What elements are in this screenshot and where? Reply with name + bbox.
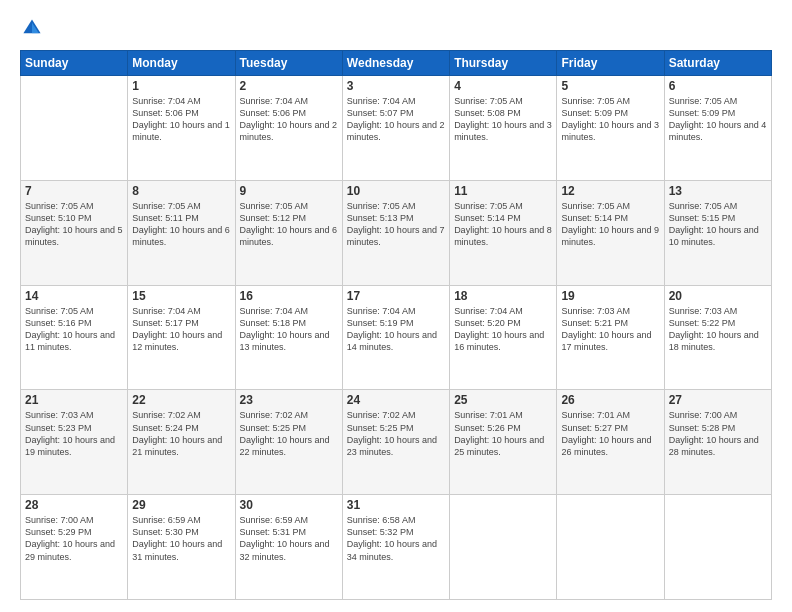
day-detail: Sunrise: 7:03 AMSunset: 5:21 PMDaylight:… — [561, 305, 659, 354]
day-number: 16 — [240, 289, 338, 303]
day-number: 7 — [25, 184, 123, 198]
calendar-cell: 28Sunrise: 7:00 AMSunset: 5:29 PMDayligh… — [21, 495, 128, 600]
day-detail: Sunrise: 7:05 AMSunset: 5:09 PMDaylight:… — [561, 95, 659, 144]
day-detail: Sunrise: 7:00 AMSunset: 5:29 PMDaylight:… — [25, 514, 123, 563]
day-number: 17 — [347, 289, 445, 303]
day-number: 4 — [454, 79, 552, 93]
day-number: 13 — [669, 184, 767, 198]
calendar-cell: 7Sunrise: 7:05 AMSunset: 5:10 PMDaylight… — [21, 180, 128, 285]
calendar-table: SundayMondayTuesdayWednesdayThursdayFrid… — [20, 50, 772, 600]
day-detail: Sunrise: 7:01 AMSunset: 5:26 PMDaylight:… — [454, 409, 552, 458]
weekday-header-cell: Saturday — [664, 51, 771, 76]
day-detail: Sunrise: 7:02 AMSunset: 5:25 PMDaylight:… — [240, 409, 338, 458]
calendar-cell: 31Sunrise: 6:58 AMSunset: 5:32 PMDayligh… — [342, 495, 449, 600]
day-detail: Sunrise: 7:01 AMSunset: 5:27 PMDaylight:… — [561, 409, 659, 458]
calendar-cell: 12Sunrise: 7:05 AMSunset: 5:14 PMDayligh… — [557, 180, 664, 285]
day-number: 28 — [25, 498, 123, 512]
day-number: 12 — [561, 184, 659, 198]
calendar-cell: 22Sunrise: 7:02 AMSunset: 5:24 PMDayligh… — [128, 390, 235, 495]
weekday-header-cell: Thursday — [450, 51, 557, 76]
calendar-cell: 9Sunrise: 7:05 AMSunset: 5:12 PMDaylight… — [235, 180, 342, 285]
day-number: 2 — [240, 79, 338, 93]
day-number: 25 — [454, 393, 552, 407]
day-detail: Sunrise: 7:03 AMSunset: 5:23 PMDaylight:… — [25, 409, 123, 458]
day-detail: Sunrise: 7:04 AMSunset: 5:06 PMDaylight:… — [132, 95, 230, 144]
calendar-cell: 6Sunrise: 7:05 AMSunset: 5:09 PMDaylight… — [664, 76, 771, 181]
day-number: 30 — [240, 498, 338, 512]
day-number: 19 — [561, 289, 659, 303]
logo — [20, 16, 48, 40]
day-detail: Sunrise: 7:05 AMSunset: 5:16 PMDaylight:… — [25, 305, 123, 354]
day-number: 10 — [347, 184, 445, 198]
day-detail: Sunrise: 7:04 AMSunset: 5:20 PMDaylight:… — [454, 305, 552, 354]
calendar-cell: 8Sunrise: 7:05 AMSunset: 5:11 PMDaylight… — [128, 180, 235, 285]
day-detail: Sunrise: 7:05 AMSunset: 5:10 PMDaylight:… — [25, 200, 123, 249]
day-number: 23 — [240, 393, 338, 407]
day-number: 11 — [454, 184, 552, 198]
day-number: 8 — [132, 184, 230, 198]
day-number: 31 — [347, 498, 445, 512]
day-detail: Sunrise: 7:05 AMSunset: 5:14 PMDaylight:… — [454, 200, 552, 249]
day-detail: Sunrise: 7:04 AMSunset: 5:17 PMDaylight:… — [132, 305, 230, 354]
calendar-week-row: 28Sunrise: 7:00 AMSunset: 5:29 PMDayligh… — [21, 495, 772, 600]
calendar-cell: 15Sunrise: 7:04 AMSunset: 5:17 PMDayligh… — [128, 285, 235, 390]
calendar-page: SundayMondayTuesdayWednesdayThursdayFrid… — [0, 0, 792, 612]
calendar-cell: 11Sunrise: 7:05 AMSunset: 5:14 PMDayligh… — [450, 180, 557, 285]
calendar-cell: 14Sunrise: 7:05 AMSunset: 5:16 PMDayligh… — [21, 285, 128, 390]
calendar-week-row: 14Sunrise: 7:05 AMSunset: 5:16 PMDayligh… — [21, 285, 772, 390]
weekday-header-cell: Sunday — [21, 51, 128, 76]
calendar-cell: 17Sunrise: 7:04 AMSunset: 5:19 PMDayligh… — [342, 285, 449, 390]
day-detail: Sunrise: 7:04 AMSunset: 5:07 PMDaylight:… — [347, 95, 445, 144]
day-number: 27 — [669, 393, 767, 407]
day-number: 26 — [561, 393, 659, 407]
calendar-cell: 16Sunrise: 7:04 AMSunset: 5:18 PMDayligh… — [235, 285, 342, 390]
calendar-cell: 30Sunrise: 6:59 AMSunset: 5:31 PMDayligh… — [235, 495, 342, 600]
calendar-week-row: 21Sunrise: 7:03 AMSunset: 5:23 PMDayligh… — [21, 390, 772, 495]
day-number: 3 — [347, 79, 445, 93]
calendar-cell: 1Sunrise: 7:04 AMSunset: 5:06 PMDaylight… — [128, 76, 235, 181]
day-number: 20 — [669, 289, 767, 303]
calendar-cell: 2Sunrise: 7:04 AMSunset: 5:06 PMDaylight… — [235, 76, 342, 181]
day-detail: Sunrise: 7:05 AMSunset: 5:15 PMDaylight:… — [669, 200, 767, 249]
day-detail: Sunrise: 7:02 AMSunset: 5:25 PMDaylight:… — [347, 409, 445, 458]
calendar-cell: 25Sunrise: 7:01 AMSunset: 5:26 PMDayligh… — [450, 390, 557, 495]
day-detail: Sunrise: 7:05 AMSunset: 5:14 PMDaylight:… — [561, 200, 659, 249]
calendar-cell: 4Sunrise: 7:05 AMSunset: 5:08 PMDaylight… — [450, 76, 557, 181]
day-number: 29 — [132, 498, 230, 512]
calendar-week-row: 7Sunrise: 7:05 AMSunset: 5:10 PMDaylight… — [21, 180, 772, 285]
day-detail: Sunrise: 7:05 AMSunset: 5:12 PMDaylight:… — [240, 200, 338, 249]
day-detail: Sunrise: 6:59 AMSunset: 5:30 PMDaylight:… — [132, 514, 230, 563]
day-detail: Sunrise: 7:04 AMSunset: 5:06 PMDaylight:… — [240, 95, 338, 144]
calendar-cell: 21Sunrise: 7:03 AMSunset: 5:23 PMDayligh… — [21, 390, 128, 495]
header — [20, 16, 772, 40]
weekday-header-row: SundayMondayTuesdayWednesdayThursdayFrid… — [21, 51, 772, 76]
day-detail: Sunrise: 7:05 AMSunset: 5:13 PMDaylight:… — [347, 200, 445, 249]
calendar-cell: 26Sunrise: 7:01 AMSunset: 5:27 PMDayligh… — [557, 390, 664, 495]
calendar-cell — [664, 495, 771, 600]
logo-icon — [20, 16, 44, 40]
day-detail: Sunrise: 7:05 AMSunset: 5:08 PMDaylight:… — [454, 95, 552, 144]
weekday-header-cell: Wednesday — [342, 51, 449, 76]
weekday-header-cell: Monday — [128, 51, 235, 76]
calendar-cell — [21, 76, 128, 181]
day-number: 6 — [669, 79, 767, 93]
calendar-cell: 20Sunrise: 7:03 AMSunset: 5:22 PMDayligh… — [664, 285, 771, 390]
day-number: 5 — [561, 79, 659, 93]
calendar-cell: 10Sunrise: 7:05 AMSunset: 5:13 PMDayligh… — [342, 180, 449, 285]
day-number: 9 — [240, 184, 338, 198]
day-detail: Sunrise: 7:03 AMSunset: 5:22 PMDaylight:… — [669, 305, 767, 354]
calendar-week-row: 1Sunrise: 7:04 AMSunset: 5:06 PMDaylight… — [21, 76, 772, 181]
calendar-cell: 29Sunrise: 6:59 AMSunset: 5:30 PMDayligh… — [128, 495, 235, 600]
day-detail: Sunrise: 7:00 AMSunset: 5:28 PMDaylight:… — [669, 409, 767, 458]
calendar-cell: 19Sunrise: 7:03 AMSunset: 5:21 PMDayligh… — [557, 285, 664, 390]
day-number: 1 — [132, 79, 230, 93]
day-detail: Sunrise: 7:05 AMSunset: 5:11 PMDaylight:… — [132, 200, 230, 249]
calendar-cell: 3Sunrise: 7:04 AMSunset: 5:07 PMDaylight… — [342, 76, 449, 181]
calendar-cell: 27Sunrise: 7:00 AMSunset: 5:28 PMDayligh… — [664, 390, 771, 495]
day-detail: Sunrise: 7:05 AMSunset: 5:09 PMDaylight:… — [669, 95, 767, 144]
day-detail: Sunrise: 7:04 AMSunset: 5:19 PMDaylight:… — [347, 305, 445, 354]
calendar-cell — [450, 495, 557, 600]
day-number: 15 — [132, 289, 230, 303]
day-detail: Sunrise: 7:02 AMSunset: 5:24 PMDaylight:… — [132, 409, 230, 458]
calendar-cell: 5Sunrise: 7:05 AMSunset: 5:09 PMDaylight… — [557, 76, 664, 181]
